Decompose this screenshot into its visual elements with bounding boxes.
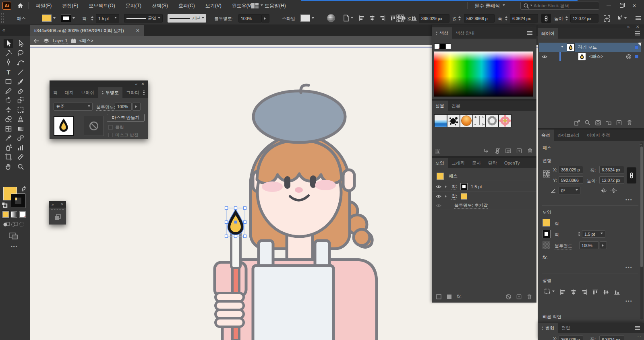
duplicate-item-icon[interactable] [516,294,522,300]
opacity-more-button[interactable] [133,103,141,111]
tab-symbols[interactable]: 심볼 [432,101,448,111]
selection-indicator[interactable] [635,45,638,49]
width-label[interactable]: 폭: [498,16,503,22]
menu-view[interactable]: 보기(V) [200,2,227,9]
stroke-weight-stepper[interactable] [91,14,93,22]
height-field[interactable]: 12.072 px [570,14,598,23]
selection-indicator[interactable] [635,55,638,58]
swap-fill-stroke-icon[interactable] [21,186,27,192]
gradient-tool[interactable] [16,124,25,133]
new-symbol-icon[interactable] [516,148,522,154]
x-field[interactable]: 368.029 p [559,336,583,340]
new-stroke-icon[interactable] [436,294,442,300]
color-spectrum[interactable] [434,52,533,97]
appearance-row-stroke[interactable]: 획: 1.5 pt [432,182,536,192]
stroke-row-label[interactable]: 획: [451,183,457,190]
collapse-panel-icon[interactable]: « [135,82,137,87]
default-colors-icon[interactable] [2,202,8,208]
make-clipping-mask-icon[interactable] [595,120,601,126]
artboard-tool[interactable] [4,152,13,161]
stroke-weight-control[interactable]: 1.5 pt [578,230,605,238]
gradient-mode-button[interactable] [11,211,17,218]
align-to-selector[interactable] [543,288,555,295]
tab-appearance[interactable]: 모양 [432,158,448,168]
new-layer-icon[interactable] [616,120,622,126]
control-bar-menu-icon[interactable] [636,18,641,19]
appearance-row-path[interactable]: 패스 [432,171,536,181]
tab-brushes[interactable]: 브러쉬 [77,87,98,98]
appearance-row-opacity[interactable]: 불투명도: 초기값 [432,201,536,210]
draw-inside-icon[interactable] [19,221,25,227]
color-mode-button[interactable] [2,211,9,218]
tab-artboards[interactable]: 대지 [61,87,77,98]
rectangle-tool[interactable] [4,77,13,86]
tab-color-guide[interactable]: 색상 안내 [452,27,478,39]
none-mode-button[interactable] [19,211,26,218]
home-icon[interactable] [17,2,24,9]
invert-mask-checkbox[interactable] [108,133,113,137]
scale-tool[interactable] [16,96,25,105]
hand-tool[interactable] [4,162,13,171]
object-thumbnail[interactable] [578,53,586,61]
scroll-down-icon[interactable]: ﹀ [638,335,641,340]
tab-align[interactable]: 정렬 [558,323,574,333]
height-field[interactable]: 12.072 px [599,176,624,184]
close-panel-icon[interactable]: ✕ [60,202,64,206]
tab-paragraph[interactable]: 단락 [485,158,501,168]
y-field[interactable]: 592.8866 [559,176,583,184]
more-options-icon[interactable]: ••• [625,197,633,202]
collapsed-symbols-icon[interactable] [54,214,61,221]
minimize-button[interactable] [602,0,615,11]
align-right-icon[interactable] [379,15,386,21]
close-document-icon[interactable]: ✕ [136,28,140,33]
flip-horizontal-icon[interactable] [600,188,607,194]
symbol-ring[interactable] [486,114,499,127]
workspace-selector[interactable]: 필수 클래식 [474,0,505,11]
collapse-toolbar-icon[interactable]: « [2,27,5,33]
menu-file[interactable]: 파일(F) [31,2,57,9]
opacity-field[interactable]: 100% [115,103,132,111]
make-mask-button[interactable]: 마스크 만들기 [107,114,145,122]
place-symbol-icon[interactable] [483,148,490,154]
symbol-glass-orb[interactable] [460,114,473,127]
fx-button[interactable]: fx. [543,254,548,260]
align-top-icon[interactable] [592,289,598,295]
panel-menu-icon[interactable] [635,328,640,328]
blend-tool[interactable] [16,134,25,142]
document-setup-icon[interactable] [342,14,353,22]
object-thumbnail[interactable] [54,116,74,136]
width-field[interactable]: 6.3624 px [599,166,624,173]
clip-checkbox[interactable] [108,125,113,130]
scroll-up-icon[interactable]: ︿ [639,142,643,147]
menu-select[interactable]: 선택(S) [147,2,173,9]
angle-dropdown[interactable]: 0° [559,187,580,194]
link-dimensions-icon[interactable] [627,167,636,183]
tab-layers[interactable]: 레이어 [538,28,558,39]
eraser-tool[interactable] [16,87,25,95]
height-label[interactable]: 높이: [554,16,564,22]
pencil-tool[interactable] [4,87,13,95]
panel-menu-icon[interactable] [143,92,145,93]
fill-dropdown-icon[interactable] [53,17,56,20]
stroke-dropdown-icon[interactable] [72,17,75,20]
document-tab[interactable]: ti344a6408.ai @ 300% (RGB/GPU 미리 보기) ✕ [30,25,144,36]
stroke-swatch[interactable] [11,194,25,208]
width-field[interactable]: 6.3624 px [510,14,538,23]
more-options-icon[interactable]: ••• [625,265,633,270]
symbol-flower[interactable] [499,114,511,127]
stroke-swatch[interactable] [543,230,550,238]
opacity-more-button[interactable] [600,241,607,249]
symbol-ink-splat[interactable] [447,114,460,127]
fill-row-label[interactable]: 칠: [451,193,457,200]
transform-icon[interactable] [603,15,611,22]
tab-character[interactable]: 문자 [468,158,485,168]
layers-panel-menu-icon[interactable] [635,33,640,34]
back-arrow-icon[interactable] [33,38,40,43]
visibility-eye-icon[interactable] [542,55,547,59]
link-dimensions-icon[interactable] [541,14,551,23]
fill-row-swatch[interactable] [461,193,467,200]
magic-wand-tool[interactable] [4,49,13,58]
isolation-mode-row[interactable]: 격리 모드 [539,43,641,52]
scrollbar-thumb[interactable] [640,146,643,267]
column-graph-tool[interactable] [16,143,25,152]
